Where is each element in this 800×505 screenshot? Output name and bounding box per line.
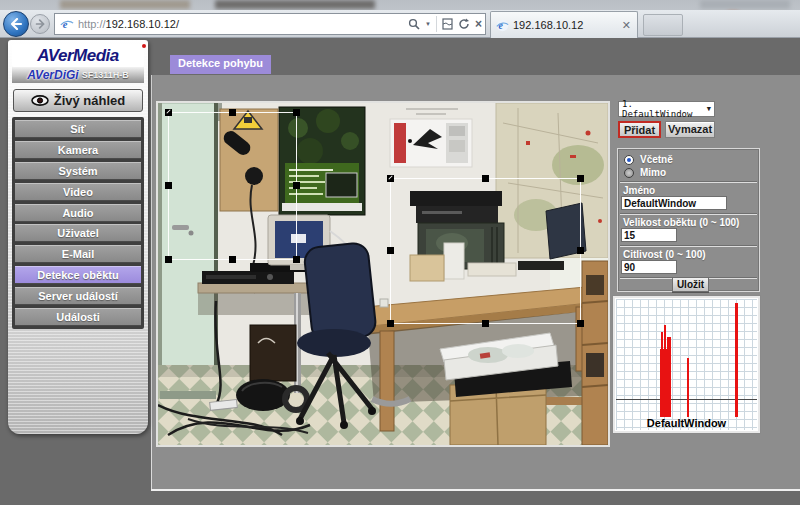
back-arrow-icon — [9, 18, 23, 30]
exclude-radio-row[interactable]: Mimo — [624, 167, 666, 178]
sidebar-item-sit[interactable]: Síť — [15, 120, 141, 138]
titlebar-reflection — [215, 0, 375, 9]
include-radio[interactable] — [624, 155, 634, 165]
footer-divider — [151, 489, 800, 491]
add-button[interactable]: Přidat — [618, 121, 661, 138]
page-title: Detekce pohybu — [170, 55, 271, 74]
browser-navigation-bar: e http://192.168.10.12/ ▼ — [0, 10, 800, 38]
model-number: SF1311H-B — [82, 70, 129, 80]
resize-handle[interactable] — [165, 256, 172, 263]
resize-handle[interactable] — [387, 247, 394, 254]
refresh-icon[interactable] — [458, 18, 470, 30]
clear-button[interactable]: Vymazat — [665, 121, 715, 138]
sidebar-item-uzivatel[interactable]: Uživatel — [15, 224, 141, 242]
tab-title: 192.168.10.12 — [513, 19, 622, 31]
camera-view[interactable] — [156, 101, 610, 447]
search-caret-icon[interactable]: ▼ — [425, 21, 431, 27]
live-view-button[interactable]: Živý náhled — [13, 89, 143, 112]
resize-handle[interactable] — [293, 182, 300, 189]
resize-handle[interactable] — [577, 320, 584, 327]
exclude-label: Mimo — [640, 167, 666, 178]
url-text: http://192.168.10.12/ — [78, 18, 179, 30]
detection-settings-panel: Včetně Mimo Jméno Velikost oběktu (0 ~ 1… — [617, 148, 760, 292]
forward-arrow-icon — [35, 19, 46, 29]
resize-handle[interactable] — [482, 175, 489, 182]
motion-histogram-panel: DefaultWindow — [613, 296, 760, 433]
ie-favicon: e — [60, 17, 74, 31]
resize-handle[interactable] — [229, 109, 236, 116]
address-bar[interactable]: e http://192.168.10.12/ ▼ — [54, 13, 486, 35]
browser-titlebar: e http://192.168.10.12/ ▼ — [0, 0, 800, 38]
sidebar-item-kamera[interactable]: Kamera — [15, 141, 141, 159]
back-button[interactable] — [3, 11, 29, 37]
svg-text:e: e — [498, 19, 503, 30]
sidebar-item-server-udalosti[interactable]: Server událostí — [15, 287, 141, 305]
resize-handle[interactable] — [577, 247, 584, 254]
tab-favicon: e — [496, 19, 509, 32]
histogram-bar — [664, 325, 666, 417]
histogram-bar — [661, 332, 663, 417]
window-select-dropdown[interactable]: 1. DefaultWindow ▼ — [618, 101, 715, 117]
object-size-label: Velikost oběktu (0 ~ 100) — [623, 217, 739, 228]
exclude-radio[interactable] — [624, 168, 634, 178]
resize-handle[interactable] — [165, 182, 172, 189]
trademark-dot-icon — [142, 44, 146, 48]
stop-icon[interactable]: × — [475, 19, 482, 29]
sidebar-item-udalosti[interactable]: Události — [15, 308, 141, 326]
name-input[interactable] — [621, 196, 727, 210]
sidebar: AVerMedia AVerDiGi SF1311H-B Živý náhled… — [8, 40, 148, 434]
histogram-window-label: DefaultWindow — [616, 417, 757, 429]
brand-logo: AVerMedia — [12, 44, 144, 67]
resize-handle[interactable] — [293, 109, 300, 116]
divider — [620, 245, 757, 247]
titlebar-reflection — [60, 0, 190, 9]
divider — [620, 181, 757, 183]
resize-handle[interactable] — [482, 320, 489, 327]
resize-handle[interactable] — [577, 175, 584, 182]
application-window: e http://192.168.10.12/ ▼ — [0, 0, 800, 505]
live-view-label: Živý náhled — [54, 93, 126, 108]
resize-handle[interactable] — [229, 256, 236, 263]
new-tab-button[interactable] — [643, 14, 683, 36]
browser-tab[interactable]: e 192.168.10.12 ✕ — [490, 11, 638, 38]
resize-handle[interactable] — [165, 109, 172, 116]
window-select-value: 1. DefaultWindow — [622, 99, 707, 119]
brand-model-bar: AVerDiGi SF1311H-B — [12, 67, 144, 83]
tab-close-icon[interactable]: ✕ — [622, 19, 631, 32]
address-separator — [436, 16, 437, 32]
sidebar-item-detekce-obektu[interactable]: Detekce oběktu — [15, 266, 141, 284]
divider — [620, 213, 757, 215]
save-button[interactable]: Uložit — [672, 277, 709, 292]
sidebar-item-email[interactable]: E-Mail — [15, 245, 141, 263]
histogram-chart: DefaultWindow — [616, 299, 757, 430]
sidebar-item-video[interactable]: Video — [15, 183, 141, 201]
svg-text:e: e — [63, 19, 68, 30]
histogram-bar — [735, 303, 738, 417]
include-radio-row[interactable]: Včetně — [624, 154, 673, 165]
forward-button[interactable] — [30, 14, 50, 34]
resize-handle[interactable] — [387, 175, 394, 182]
object-size-input[interactable] — [621, 228, 677, 242]
chevron-down-icon: ▼ — [707, 105, 711, 113]
compatibility-view-icon[interactable] — [442, 18, 453, 30]
name-label: Jméno — [623, 185, 655, 196]
eye-icon — [31, 95, 49, 106]
sensitivity-input[interactable] — [621, 260, 677, 274]
titlebar-reflection — [700, 0, 790, 9]
histogram-bar — [667, 337, 671, 417]
search-icon[interactable] — [408, 18, 420, 30]
brand-name: AVerMedia — [37, 46, 118, 66]
product-line: AVerDiGi — [27, 68, 78, 82]
sidebar-item-system[interactable]: Systém — [15, 162, 141, 180]
include-label: Včetně — [640, 154, 673, 165]
detection-window-2[interactable] — [390, 178, 581, 324]
resize-handle[interactable] — [387, 320, 394, 327]
web-page: Detekce pohybu AVerMedia AVerDiGi SF1311… — [0, 38, 800, 505]
sidebar-item-audio[interactable]: Audio — [15, 204, 141, 222]
histogram-bar — [687, 358, 689, 417]
sensitivity-label: Citlivost (0 ~ 100) — [623, 249, 706, 260]
detection-window-1[interactable] — [168, 112, 297, 260]
resize-handle[interactable] — [293, 256, 300, 263]
sidebar-menu: Síť Kamera Systém Video Audio Uživatel E… — [12, 117, 144, 329]
